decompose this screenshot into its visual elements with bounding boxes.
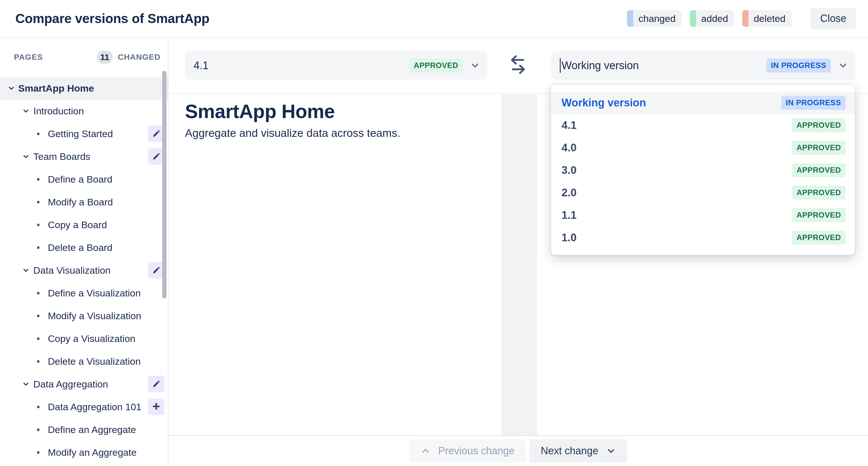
left-version-status-badge: APPROVED: [409, 59, 463, 72]
pencil-icon: [152, 152, 161, 161]
tree-item-data-visualization[interactable]: Data Visualization: [0, 259, 168, 282]
tree-item-label: SmartApp Home: [18, 83, 94, 94]
version-status-badge: IN PROGRESS: [781, 96, 845, 110]
pages-label: PAGES: [14, 53, 43, 62]
bullet-icon: [37, 292, 39, 294]
version-option-working-version[interactable]: Working versionIN PROGRESS: [551, 92, 855, 114]
chevron-down-icon: [7, 84, 16, 92]
tree-item-label: Define an Aggregate: [48, 424, 136, 435]
previous-change-button[interactable]: Previous change: [409, 439, 526, 463]
sidebar-scrollbar-thumb[interactable]: [162, 71, 166, 299]
tree-item-team-boards[interactable]: Team Boards: [0, 145, 168, 168]
tree-item-modify-a-board[interactable]: Modify a Board: [0, 191, 168, 213]
version-status-badge: APPROVED: [792, 208, 845, 222]
chevron-down-icon: [22, 107, 30, 115]
tree-item-copy-a-visualization[interactable]: Copy a Visualization: [0, 327, 168, 350]
tree-item-label: Define a Board: [48, 174, 113, 185]
tree-item-modify-a-visualization[interactable]: Modify a Visualization: [0, 304, 168, 327]
chevron-up-icon: [421, 446, 430, 456]
right-version-value: Working version: [561, 59, 639, 72]
tree-item-define-a-visualization[interactable]: Define a Visualization: [0, 282, 168, 304]
version-option-label: 4.0: [561, 142, 577, 154]
version-option-label: 1.1: [561, 209, 577, 221]
bullet-icon: [37, 406, 39, 408]
tree-item-label: Team Boards: [33, 151, 90, 162]
changed-label: CHANGED: [118, 53, 160, 62]
change-navigation-bar: Previous change Next change: [168, 435, 868, 466]
legend-badge-changed: changed: [627, 10, 682, 27]
diff-legend: changedaddeddeleted: [627, 10, 792, 27]
pages-sidebar: PAGES 11 CHANGED SmartApp HomeIntroducti…: [0, 37, 168, 466]
version-status-badge: APPROVED: [792, 186, 845, 200]
tree-item-label: Delete a Board: [48, 242, 113, 253]
tree-item-define-a-board[interactable]: Define a Board: [0, 168, 168, 191]
chevron-down-icon: [838, 61, 848, 70]
bullet-icon: [37, 315, 39, 317]
tree-item-label: Copy a Visualization: [48, 333, 135, 344]
version-option-label: 2.0: [561, 187, 577, 199]
changed-pencil-badge[interactable]: [148, 376, 164, 392]
text-caret: [560, 58, 561, 73]
tree-item-modify-an-aggregate[interactable]: Modify an Aggregate: [0, 441, 168, 464]
tree-item-label: Copy a Board: [48, 219, 107, 230]
version-status-badge: APPROVED: [792, 231, 845, 245]
swap-arrows-icon: [505, 54, 531, 76]
tree-item-getting-started[interactable]: Getting Started: [0, 122, 168, 145]
version-option-label: 3.0: [561, 164, 577, 176]
version-dropdown-menu: Working versionIN PROGRESS4.1APPROVED4.0…: [551, 84, 855, 255]
tree-item-label: Modify a Visualization: [48, 310, 141, 321]
bullet-icon: [37, 360, 39, 363]
next-change-label: Next change: [541, 445, 598, 457]
pane-divider: [501, 94, 537, 435]
version-option-3-0[interactable]: 3.0APPROVED: [551, 159, 855, 182]
tree-item-data-aggregation-101[interactable]: Data Aggregation 101+: [0, 396, 168, 418]
tree-item-define-an-aggregate[interactable]: Define an Aggregate: [0, 418, 168, 441]
legend-label: deleted: [748, 10, 792, 27]
legend-badge-added: added: [690, 10, 735, 27]
tree-item-label: Data Aggregation 101: [48, 401, 142, 412]
swap-versions-button[interactable]: [504, 52, 532, 78]
page-heading: SmartApp Home: [185, 100, 400, 122]
version-status-badge: APPROVED: [792, 118, 845, 132]
changed-count-badge: 11: [97, 51, 113, 64]
chevron-down-icon: [606, 446, 616, 456]
chevron-down-icon: [22, 380, 30, 388]
bullet-icon: [37, 451, 39, 454]
bullet-icon: [37, 132, 39, 135]
right-version-status-badge: IN PROGRESS: [766, 59, 831, 72]
pencil-icon: [152, 379, 161, 389]
tree-item-smartapp-home[interactable]: SmartApp Home: [0, 77, 168, 100]
tree-item-label: Modify a Board: [48, 196, 113, 208]
next-change-button[interactable]: Next change: [529, 439, 627, 463]
pencil-icon: [152, 129, 161, 138]
version-option-label: Working version: [561, 97, 646, 109]
legend-badge-deleted: deleted: [742, 10, 792, 27]
legend-label: changed: [633, 10, 682, 27]
header: Compare versions of SmartApp changedadde…: [0, 0, 868, 37]
bullet-icon: [37, 337, 39, 340]
close-button[interactable]: Close: [810, 8, 856, 29]
page-tree: SmartApp HomeIntroductionGetting Started…: [0, 77, 168, 464]
tree-item-introduction[interactable]: Introduction: [0, 100, 168, 122]
plus-icon: +: [153, 400, 160, 413]
tree-item-copy-a-board[interactable]: Copy a Board: [0, 213, 168, 236]
page-title: Compare versions of SmartApp: [16, 11, 210, 26]
tree-item-label: Getting Started: [48, 128, 113, 139]
legend-label: added: [696, 10, 735, 27]
version-option-1-1[interactable]: 1.1APPROVED: [551, 204, 855, 226]
bullet-icon: [37, 201, 39, 204]
tree-item-data-aggregation[interactable]: Data Aggregation: [0, 373, 168, 396]
legend-swatch: [742, 10, 748, 27]
version-option-4-0[interactable]: 4.0APPROVED: [551, 136, 855, 159]
tree-item-delete-a-visualization[interactable]: Delete a Visualization: [0, 350, 168, 373]
right-version-selector[interactable]: Working version IN PROGRESS: [551, 51, 855, 80]
added-plus-badge[interactable]: +: [148, 399, 164, 415]
tree-item-delete-a-board[interactable]: Delete a Board: [0, 236, 168, 259]
bullet-icon: [37, 429, 39, 431]
version-option-4-1[interactable]: 4.1APPROVED: [551, 114, 855, 136]
chevron-down-icon: [22, 266, 30, 274]
left-version-selector[interactable]: 4.1 APPROVED: [185, 51, 487, 80]
version-option-2-0[interactable]: 2.0APPROVED: [551, 182, 855, 204]
version-option-1-0[interactable]: 1.0APPROVED: [551, 226, 855, 249]
tree-item-label: Delete a Visualization: [48, 356, 141, 367]
